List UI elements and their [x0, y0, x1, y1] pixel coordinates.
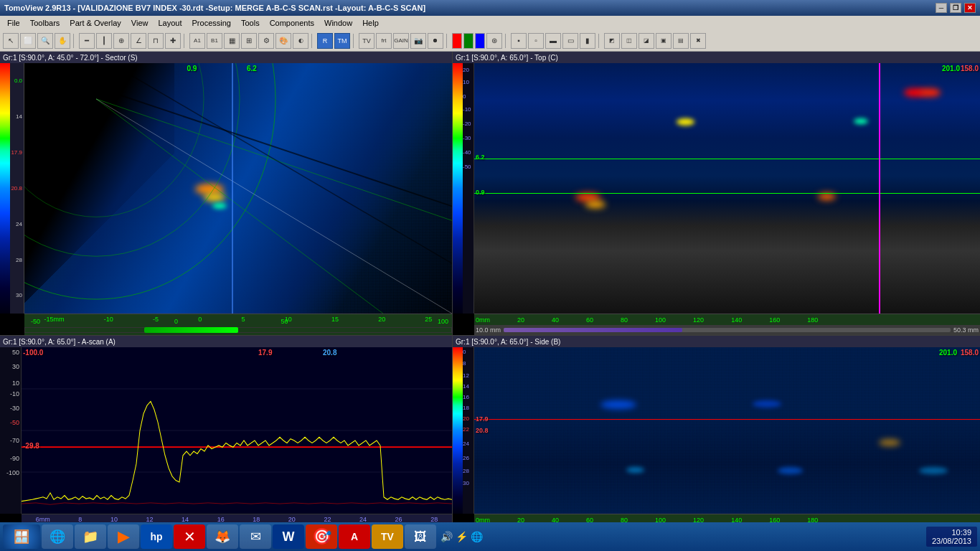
- sector-progress-bar[interactable]: [144, 327, 238, 333]
- tool-measure[interactable]: ⊕: [113, 33, 129, 49]
- tool-cut-v[interactable]: ┃: [96, 33, 112, 49]
- menu-components[interactable]: Components: [265, 17, 319, 29]
- window-controls: ─ ❐ ✕: [936, 3, 976, 13]
- sector-panel-title: Gr:1 [S:90.0°, A: 45.0° - 72.0°] - Secto…: [3, 54, 138, 62]
- tool-b1[interactable]: B1: [207, 33, 222, 49]
- minimize-button[interactable]: ─: [936, 3, 947, 13]
- side-anno-158: 158.0: [961, 349, 979, 357]
- taskbar-ie[interactable]: 🌐: [42, 524, 73, 549]
- tray-icon-2[interactable]: ⚡: [456, 531, 468, 542]
- top-scroll-left-val: 10.0 mm: [476, 326, 501, 334]
- tool-sq4[interactable]: ▭: [562, 33, 578, 49]
- side-panel-title: Gr:1 [S:90.0°, A: 65.0°] - Side (B): [456, 338, 560, 346]
- title-bar: TomoView 2.9R13 - [VALIDAZIONE BV7 INDEX…: [0, 0, 980, 16]
- menu-window[interactable]: Window: [320, 17, 357, 29]
- taskbar-word[interactable]: W: [273, 524, 304, 549]
- tool-sq1[interactable]: ▪: [511, 33, 527, 49]
- ascan-panel: Gr:1 [S:90.0°, A: 65.0°] - A-scan (A) 50…: [0, 336, 452, 535]
- tool-export2[interactable]: ◫: [621, 33, 637, 49]
- system-tray: 🔊 ⚡ 🌐: [440, 531, 483, 542]
- tool-zoom-rect[interactable]: 🔍: [37, 33, 53, 49]
- tool-export3[interactable]: ◪: [639, 33, 654, 49]
- toolbar-separator-1: [73, 34, 76, 48]
- tool-r-mode[interactable]: R: [317, 33, 333, 49]
- tool-color2[interactable]: [463, 33, 473, 49]
- taskbar-tv[interactable]: TV: [372, 524, 403, 549]
- tool-sq3[interactable]: ▬: [545, 33, 561, 49]
- top-scrollbar[interactable]: 10.0 mm 50.3 mm: [474, 325, 980, 335]
- side-defect-4: [626, 467, 644, 473]
- tool-export6[interactable]: ✖: [690, 33, 706, 49]
- taskbar-hp[interactable]: hp: [141, 524, 172, 549]
- menu-part-overlay[interactable]: Part & Overlay: [65, 17, 126, 29]
- restore-button[interactable]: ❐: [950, 3, 961, 13]
- menu-layout[interactable]: Layout: [154, 17, 187, 29]
- tool-export1[interactable]: ◩: [604, 33, 620, 49]
- main-content: Gr:1 [S:90.0°, A: 45.0° - 72.0°] - Secto…: [0, 52, 980, 535]
- tool-sq5[interactable]: ▮: [580, 33, 595, 49]
- top-scroll-thumb[interactable]: [504, 328, 682, 332]
- taskbar-folder[interactable]: 📁: [75, 524, 106, 549]
- tool-rect[interactable]: ⬜: [20, 33, 36, 49]
- menu-tools[interactable]: Tools: [237, 17, 264, 29]
- top-vcursor[interactable]: [879, 63, 880, 314]
- tool-cam[interactable]: 📷: [410, 33, 426, 49]
- tool-color1[interactable]: [452, 33, 462, 49]
- close-button[interactable]: ✕: [964, 3, 976, 13]
- tool-rec[interactable]: ⏺: [428, 33, 443, 49]
- tool-cut-h[interactable]: ━: [79, 33, 95, 49]
- menu-processing[interactable]: Processing: [188, 17, 235, 29]
- tool-contrast[interactable]: ◐: [293, 33, 308, 49]
- tray-icon-3[interactable]: 🌐: [471, 531, 483, 542]
- tool-t-mode[interactable]: TM: [334, 33, 350, 49]
- tool-angle[interactable]: ∠: [131, 33, 146, 49]
- taskbar: 🪟 🌐 📁 ▶ hp ✕ 🦊 ✉ W 🎯 A TV 🖼 🔊 ⚡ 🌐 10:39 …: [0, 522, 980, 551]
- svg-point-1: [24, 63, 240, 256]
- tool-arrow[interactable]: ↖: [3, 33, 19, 49]
- tool-grid[interactable]: ⊞: [241, 33, 257, 49]
- side-scan-area[interactable]: 158.0 201.0 17.9 20.8: [474, 347, 980, 514]
- ascan-grid: [22, 347, 452, 514]
- menu-view[interactable]: View: [127, 17, 153, 29]
- tool-a1[interactable]: A1: [189, 33, 205, 49]
- tool-palette[interactable]: 🎨: [275, 33, 291, 49]
- sector-panel: Gr:1 [S:90.0°, A: 45.0° - 72.0°] - Secto…: [0, 52, 452, 335]
- tool-sq2[interactable]: ▫: [528, 33, 544, 49]
- ascan-panel-title: Gr:1 [S:90.0°, A: 65.0°] - A-scan (A): [3, 338, 116, 346]
- tool-export4[interactable]: ▣: [656, 33, 672, 49]
- tool-gain[interactable]: frt: [376, 33, 392, 49]
- menu-toolbars[interactable]: Toolbars: [26, 17, 65, 29]
- sector-panel-header: Gr:1 [S:90.0°, A: 45.0° - 72.0°] - Secto…: [0, 52, 452, 63]
- tray-icon-1[interactable]: 🔊: [440, 531, 453, 542]
- taskbar-pdf[interactable]: A: [339, 524, 370, 549]
- tool-color-picker[interactable]: ⊛: [486, 33, 502, 49]
- tool-box[interactable]: ▦: [224, 33, 240, 49]
- top-hline-09: [474, 193, 980, 194]
- sector-scan-area[interactable]: 0.9 6.2: [24, 63, 452, 314]
- app-title: TomoView 2.9R13 - [VALIDAZIONE BV7 INDEX…: [4, 4, 425, 12]
- top-defect-6: [854, 118, 868, 124]
- taskbar-email[interactable]: ✉: [240, 524, 271, 549]
- top-scan-area[interactable]: 158.0 201.0 6.2 0.9: [474, 63, 980, 314]
- tool-tv[interactable]: TV: [359, 33, 374, 49]
- taskbar-media[interactable]: ▶: [108, 524, 139, 549]
- tool-color3[interactable]: [475, 33, 485, 49]
- ascan-waveform-area[interactable]: -100.0 17.9 20.8 -29.8: [22, 347, 452, 514]
- taskbar-firefox[interactable]: 🦊: [207, 524, 238, 549]
- taskbar-app5[interactable]: ✕: [174, 524, 205, 549]
- tool-export5[interactable]: ▤: [673, 33, 689, 49]
- ascan-anno-179: 17.9: [258, 349, 272, 357]
- taskbar-photo[interactable]: 🖼: [405, 524, 436, 549]
- top-anno-158: 158.0: [961, 65, 979, 72]
- menu-help[interactable]: Help: [358, 17, 383, 29]
- menu-file[interactable]: File: [3, 17, 24, 29]
- taskbar-clock[interactable]: 10:39 23/08/2013: [926, 527, 977, 547]
- tool-hand[interactable]: ✋: [55, 33, 70, 49]
- start-button[interactable]: 🪟: [3, 524, 40, 549]
- tool-cross[interactable]: ✚: [165, 33, 181, 49]
- tool-settings[interactable]: ⚙: [258, 33, 274, 49]
- taskbar-app9[interactable]: 🎯: [306, 524, 337, 549]
- menu-bar: File Toolbars Part & Overlay View Layout…: [0, 16, 980, 30]
- tool-gate[interactable]: ⊓: [148, 33, 164, 49]
- tool-gain2[interactable]: GAIN: [393, 33, 409, 49]
